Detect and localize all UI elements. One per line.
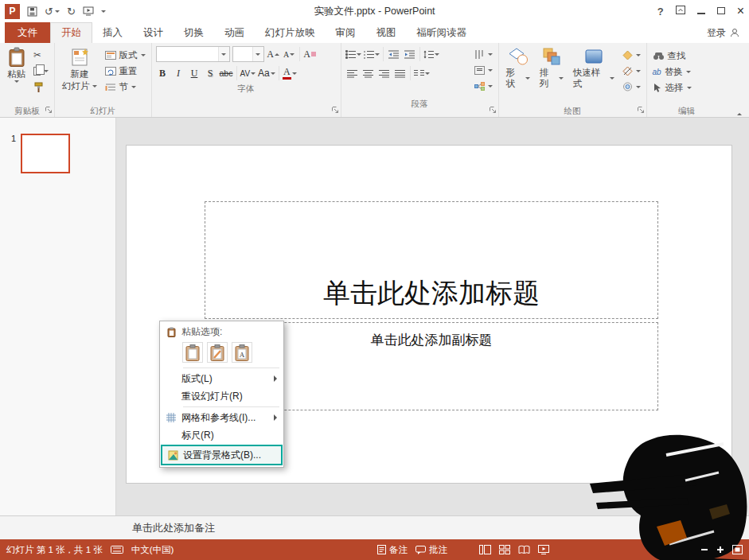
slide-number-indicator[interactable]: 幻灯片 第 1 张，共 1 张 [6, 544, 103, 556]
arrange-button[interactable]: 排列 [535, 44, 568, 91]
undo-dropdown-caret-icon[interactable] [55, 10, 60, 13]
new-slide-button[interactable]: 新建 幻灯片 [57, 44, 102, 94]
align-right-button[interactable] [377, 66, 391, 81]
shape-outline-button[interactable] [621, 64, 642, 78]
justify-button[interactable] [393, 66, 407, 81]
title-bar: P ↺ ↻ 实验文件.pptx - PowerPoint ? × [0, 0, 749, 22]
paste-dropdown-caret-icon[interactable] [14, 80, 19, 83]
format-painter-button[interactable] [32, 80, 50, 94]
paste-keep-text-only-button[interactable]: A [232, 342, 252, 363]
tab-insert[interactable]: 插入 [92, 22, 133, 43]
font-color-button[interactable]: A [283, 66, 297, 81]
select-button[interactable]: 选择 [651, 80, 693, 95]
menu-item-ruler[interactable]: 标尺(R) [161, 426, 283, 444]
convert-smartart-button[interactable] [473, 79, 494, 93]
find-button[interactable]: 查找 [651, 49, 693, 63]
bold-button[interactable]: B [156, 66, 170, 81]
shape-fill-button[interactable] [621, 48, 642, 62]
help-button[interactable]: ? [657, 6, 664, 18]
copy-button[interactable] [32, 64, 50, 78]
tab-transitions[interactable]: 切换 [174, 22, 214, 43]
layout-button[interactable]: 版式 [103, 48, 147, 62]
menu-item-layout-label: 版式(L) [181, 372, 274, 386]
tab-animations[interactable]: 动画 [214, 22, 255, 43]
font-size-select[interactable] [232, 46, 264, 62]
close-button[interactable]: × [737, 5, 744, 18]
group-editing: 查找 ab 替换 选择 编辑 [647, 43, 727, 117]
menu-item-layout[interactable]: 版式(L) [161, 370, 283, 387]
paragraph-dialog-launcher[interactable] [490, 107, 497, 114]
notes-toggle-button[interactable]: 备注 [377, 544, 408, 556]
sign-in-button[interactable]: 登录 [707, 22, 749, 43]
change-case-button[interactable]: Aa [258, 66, 275, 81]
cut-button[interactable]: ✂ [32, 48, 50, 62]
align-text-button[interactable] [473, 63, 494, 77]
text-shadow-button[interactable]: S [204, 66, 217, 81]
minimize-button[interactable] [697, 6, 705, 17]
section-button[interactable]: 节 [103, 80, 147, 94]
font-name-select[interactable] [156, 46, 230, 62]
tab-slideshow[interactable]: 幻灯片放映 [255, 22, 326, 43]
start-from-beginning-button[interactable] [83, 6, 94, 16]
replace-button[interactable]: ab 替换 [651, 64, 693, 79]
slide-sorter-view-button[interactable] [499, 545, 510, 554]
strikethrough-button[interactable]: abc [220, 66, 233, 81]
tab-review[interactable]: 审阅 [326, 22, 366, 43]
maximize-button[interactable] [717, 6, 725, 17]
reading-view-button[interactable] [518, 545, 530, 554]
shapes-button[interactable]: 形状 [501, 44, 535, 91]
customize-qat-button[interactable] [101, 10, 106, 13]
undo-button[interactable]: ↺ [45, 6, 60, 17]
grow-font-button[interactable]: A [267, 47, 280, 62]
paste-use-destination-theme-button[interactable] [182, 342, 203, 363]
zoom-in-button[interactable] [716, 546, 724, 554]
columns-button[interactable] [414, 66, 430, 81]
tab-foxit-reader[interactable]: 福昕阅读器 [407, 22, 478, 43]
menu-item-format-background[interactable]: 设置背景格式(B)... [161, 445, 283, 465]
zoom-out-button[interactable] [700, 546, 708, 554]
input-method-button[interactable] [111, 546, 123, 554]
font-dialog-launcher[interactable] [332, 107, 339, 114]
title-placeholder[interactable]: 单击此处添加标题 [205, 201, 658, 319]
clear-formatting-button[interactable]: A [303, 47, 317, 62]
powerpoint-app-icon[interactable]: P [5, 4, 20, 19]
align-center-button[interactable] [361, 66, 375, 81]
shape-effects-button[interactable] [621, 80, 642, 94]
collapse-ribbon-button[interactable] [737, 102, 742, 113]
line-spacing-button[interactable] [423, 47, 439, 62]
character-spacing-button[interactable]: AV [240, 66, 256, 81]
chevron-down-icon [636, 70, 641, 72]
select-icon [653, 83, 662, 92]
comments-toggle-button[interactable]: 批注 [415, 544, 447, 556]
menu-item-reset-slide[interactable]: 重设幻灯片(R) [161, 387, 283, 405]
underline-button[interactable]: U [188, 66, 201, 81]
decrease-indent-button[interactable] [387, 47, 400, 62]
tab-home[interactable]: 开始 [50, 22, 92, 43]
chevron-down-icon [488, 69, 493, 72]
normal-view-button[interactable] [479, 545, 491, 554]
increase-indent-button[interactable] [403, 47, 416, 62]
language-indicator[interactable]: 中文(中国) [131, 544, 174, 556]
reset-button[interactable]: 重置 [103, 64, 147, 78]
fit-to-window-button[interactable] [732, 545, 743, 554]
shrink-font-button[interactable]: A [283, 47, 296, 62]
slideshow-view-button[interactable] [538, 545, 549, 554]
redo-button[interactable]: ↻ [67, 6, 76, 17]
align-left-button[interactable] [345, 66, 359, 81]
quick-styles-button[interactable]: 快速样式 [568, 44, 619, 91]
tab-design[interactable]: 设计 [133, 22, 174, 43]
tab-view[interactable]: 视图 [366, 22, 407, 43]
slide-thumbnail-1[interactable] [21, 134, 70, 173]
menu-item-grid-and-guides[interactable]: 网格和参考线(I)... [161, 409, 283, 426]
text-direction-button[interactable] [473, 47, 494, 61]
ribbon-display-options-button[interactable] [676, 6, 685, 17]
paste-keep-source-formatting-button[interactable] [207, 342, 228, 363]
clipboard-dialog-launcher[interactable] [45, 107, 53, 114]
italic-button[interactable]: I [172, 66, 185, 81]
tab-file[interactable]: 文件 [5, 22, 50, 43]
drawing-dialog-launcher[interactable] [638, 107, 645, 114]
save-button[interactable] [27, 6, 37, 17]
bullets-button[interactable] [345, 47, 361, 62]
paste-button[interactable]: 粘贴 [2, 44, 30, 84]
numbering-button[interactable] [364, 47, 380, 62]
